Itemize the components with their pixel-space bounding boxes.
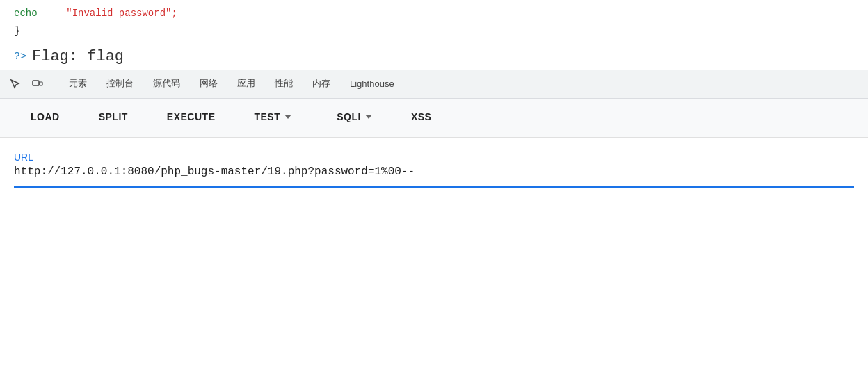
content-area: URL http://127.0.0.1:8080/php_bugs-maste…	[0, 138, 868, 188]
svg-rect-1	[40, 82, 42, 85]
php-close-arrow: ?>	[14, 48, 26, 66]
cursor-icon[interactable]	[6, 74, 25, 94]
tab-console[interactable]: 控制台	[97, 70, 143, 98]
tab-lighthouse[interactable]: Lighthouse	[340, 70, 404, 98]
split-button[interactable]: SPLIT	[79, 99, 147, 138]
devtools-toolbar: 元素 控制台 源代码 网络 应用 性能 内存 Lighthouse	[0, 70, 868, 99]
load-button[interactable]: LOAD	[11, 99, 79, 138]
device-icon[interactable]	[28, 74, 47, 94]
url-value: http://127.0.0.1:8080/php_bugs-master/19…	[14, 165, 854, 178]
url-label: URL	[14, 152, 854, 163]
tab-elements[interactable]: 元素	[59, 70, 97, 98]
sqli-button[interactable]: SQLI	[317, 99, 392, 138]
sqli-dropdown-arrow	[365, 115, 372, 119]
test-dropdown-arrow	[284, 115, 291, 119]
echo-line: echo "Invalid password";	[14, 6, 854, 22]
plugin-toolbar: LOAD SPLIT EXECUTE TEST SQLI XSS	[0, 99, 868, 138]
echo-keyword: echo	[14, 8, 38, 19]
space	[46, 8, 58, 19]
tab-application[interactable]: 应用	[227, 70, 265, 98]
flag-line: ?> Flag: flag	[14, 44, 854, 70]
flag-text: Flag: flag	[32, 44, 124, 70]
tab-network[interactable]: 网络	[190, 70, 227, 98]
tab-sources[interactable]: 源代码	[143, 70, 190, 98]
closing-brace: }	[14, 25, 21, 38]
code-area: echo "Invalid password"; } ?> Flag: flag	[0, 0, 868, 70]
tab-performance[interactable]: 性能	[265, 70, 303, 98]
invalid-password-string: "Invalid password";	[66, 8, 177, 19]
tab-memory[interactable]: 内存	[303, 70, 340, 98]
execute-button[interactable]: EXECUTE	[147, 99, 235, 138]
toolbar-icon-group	[6, 74, 56, 94]
devtools-tabs: 元素 控制台 源代码 网络 应用 性能 内存 Lighthouse	[59, 70, 404, 98]
svg-rect-0	[33, 81, 39, 85]
test-button[interactable]: TEST	[234, 99, 311, 138]
url-underline	[14, 186, 854, 188]
closing-brace-line: }	[14, 22, 854, 41]
xss-button[interactable]: XSS	[392, 99, 451, 138]
toolbar-separator	[314, 106, 314, 131]
